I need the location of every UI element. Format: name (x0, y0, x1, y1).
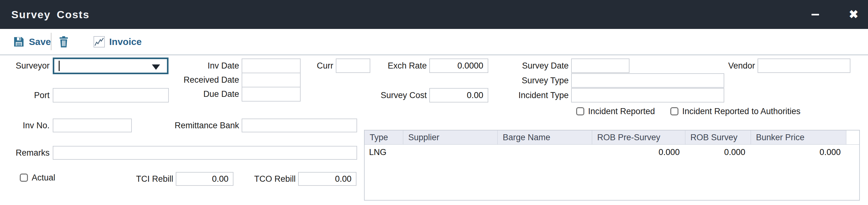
survey-costs-dialog: Survey Costs ✖ Save (0, 0, 868, 205)
remarks-label: Remarks (0, 146, 50, 160)
toolbar: Save Invoice (0, 29, 868, 55)
actual-checkbox[interactable] (20, 174, 28, 182)
survey-date-input[interactable] (571, 58, 629, 73)
column-header-rob-survey[interactable]: ROB Survey (685, 130, 751, 144)
remittance-bank-input[interactable] (242, 119, 357, 132)
survey-type-label: Survey Type (500, 73, 569, 88)
actual-label: Actual (32, 171, 55, 184)
floppy-disk-icon (13, 36, 25, 48)
bunker-survey-table: Type Supplier Barge Name ROB Pre-Survey … (364, 130, 860, 201)
cell-type: LNG (365, 148, 403, 157)
dialog-titlebar[interactable]: Survey Costs ✖ (0, 0, 868, 29)
vendor-label: Vendor (692, 58, 755, 73)
column-header-bunker-price[interactable]: Bunker Price (751, 130, 846, 144)
inv-date-input[interactable] (242, 58, 301, 73)
toolbar-divider (51, 33, 52, 50)
text-cursor (59, 61, 60, 71)
surveyor-select[interactable] (53, 57, 168, 74)
invoice-button-label: Invoice (109, 36, 142, 47)
table-row[interactable]: LNG 0.000 0.000 0.000 (365, 145, 859, 160)
surveyor-label: Surveyor (0, 57, 50, 74)
column-header-type[interactable]: Type (365, 130, 403, 144)
minimize-icon (811, 14, 819, 16)
incident-reported-label: Incident Reported (588, 104, 655, 118)
incident-reported-to-authorities-checkbox[interactable] (670, 107, 678, 116)
survey-cost-input[interactable] (429, 88, 488, 103)
column-header-barge-name[interactable]: Barge Name (498, 130, 592, 144)
tco-rebill-input[interactable] (298, 172, 356, 186)
save-button[interactable]: Save (13, 29, 51, 54)
remittance-bank-label: Remittance Bank (169, 119, 239, 132)
curr-label: Curr (298, 58, 333, 73)
tco-rebill-label: TCO Rebill (235, 172, 296, 186)
delete-button[interactable] (58, 29, 69, 54)
incident-type-label: Incident Type (500, 88, 569, 103)
due-date-label: Due Date (176, 87, 239, 102)
inv-no-input[interactable] (53, 119, 132, 132)
table-scrollbar-gutter (846, 130, 859, 144)
tci-rebill-input[interactable] (176, 172, 234, 186)
received-date-label: Received Date (169, 73, 239, 87)
page-title: Survey Costs (11, 0, 89, 29)
port-label: Port (0, 88, 50, 103)
due-date-input[interactable] (242, 87, 301, 102)
invoice-button[interactable]: Invoice (94, 29, 142, 54)
inv-no-label: Inv No. (0, 119, 50, 132)
cell-rob-survey: 0.000 (685, 148, 751, 157)
close-icon: ✖ (849, 6, 858, 23)
incident-reported-to-authorities-label: Incident Reported to Authorities (682, 104, 801, 118)
chevron-down-icon (152, 65, 160, 70)
exch-rate-input[interactable] (429, 58, 488, 73)
exch-rate-label: Exch Rate (364, 58, 427, 73)
port-input[interactable] (53, 88, 169, 103)
save-button-label: Save (29, 36, 51, 47)
vendor-input[interactable] (757, 58, 850, 73)
tci-rebill-label: TCI Rebill (113, 172, 173, 186)
minimize-button[interactable] (807, 6, 824, 23)
table-header-row: Type Supplier Barge Name ROB Pre-Survey … (365, 130, 859, 145)
trash-icon (58, 36, 69, 48)
incident-type-input[interactable] (571, 88, 724, 103)
invoice-chart-icon (94, 36, 105, 48)
inv-date-label: Inv Date (176, 58, 239, 73)
survey-date-label: Survey Date (506, 58, 569, 73)
incident-reported-checkbox[interactable] (576, 107, 584, 116)
column-header-rob-pre-survey[interactable]: ROB Pre-Survey (592, 130, 685, 144)
survey-cost-label: Survey Cost (358, 88, 427, 103)
cell-rob-pre-survey: 0.000 (592, 148, 685, 157)
remarks-input[interactable] (53, 146, 357, 160)
received-date-input[interactable] (242, 73, 301, 87)
survey-type-input[interactable] (571, 73, 724, 88)
column-header-supplier[interactable]: Supplier (403, 130, 498, 144)
cell-bunker-price: 0.000 (751, 148, 846, 157)
close-button[interactable]: ✖ (845, 6, 862, 23)
